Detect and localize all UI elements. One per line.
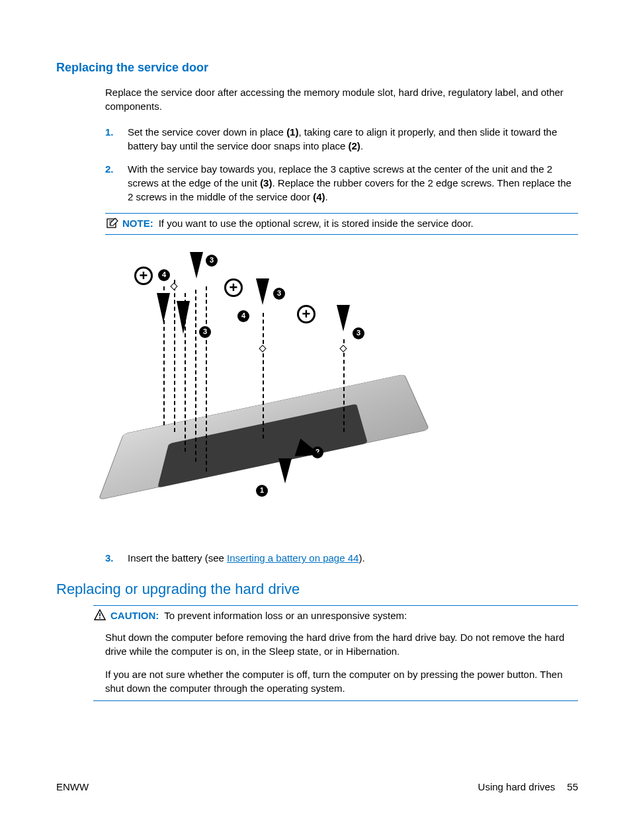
note-icon — [105, 216, 120, 230]
dashed-line — [343, 339, 345, 432]
text: Set the service cover down in place — [128, 126, 286, 138]
page-number: 55 — [567, 780, 578, 794]
footer-left: ENWW — [56, 780, 89, 794]
screw-icon: + — [297, 305, 316, 323]
caution-label: CAUTION: — [110, 610, 159, 621]
arrow-down-icon — [278, 458, 292, 483]
note-callout: NOTE:If you want to use the optional scr… — [105, 213, 578, 235]
caution-lead-text: To prevent information loss or an unresp… — [164, 610, 407, 621]
arrow-down-icon — [337, 305, 350, 331]
text: . — [325, 191, 327, 202]
step-number: 1. — [105, 125, 128, 153]
screw-tip — [170, 283, 177, 290]
step-text: Set the service cover down in place (1),… — [128, 125, 578, 153]
note-label: NOTE: — [122, 218, 153, 229]
step-number: 2. — [105, 162, 128, 204]
text: . — [360, 140, 363, 151]
page-footer: ENWW Using hard drives 55 — [56, 780, 578, 794]
step-text: Insert the battery (see Inserting a batt… — [128, 551, 578, 565]
note-content: NOTE:If you want to use the optional scr… — [122, 216, 474, 230]
heading-replacing-service-door: Replacing the service door — [56, 60, 578, 76]
footer-right: Using hard drives 55 — [478, 780, 578, 794]
step-3: 3. Insert the battery (see Inserting a b… — [105, 551, 578, 565]
svg-point-2 — [99, 617, 101, 618]
dashed-line — [185, 293, 186, 452]
warning-icon — [93, 609, 106, 622]
callout-4: 4 — [158, 269, 170, 281]
screw-icon: + — [224, 278, 243, 297]
footer-section: Using hard drives — [478, 780, 556, 794]
caution-paragraph: If you are not sure whether the computer… — [105, 667, 578, 695]
ref: (1) — [286, 126, 298, 138]
arrow-down-icon — [177, 301, 190, 334]
caution-paragraph: Shut down the computer before removing t… — [105, 630, 578, 658]
step-number: 3. — [105, 551, 128, 565]
note-text: If you want to use the optional screw, i… — [159, 218, 474, 229]
text: ). — [358, 552, 364, 564]
screw-icon: + — [134, 267, 153, 285]
callout-4: 4 — [237, 310, 249, 322]
ref: (4) — [313, 191, 325, 202]
ref: (3) — [260, 177, 272, 189]
ordered-list-continue: 3. Insert the battery (see Inserting a b… — [105, 551, 578, 565]
step-1: 1. Set the service cover down in place (… — [105, 125, 578, 153]
service-door-diagram: + + + 3 4 3 4 3 3 2 1 — [105, 247, 416, 538]
step-text: With the service bay towards you, replac… — [128, 162, 578, 204]
callout-3: 3 — [206, 255, 218, 267]
intro-paragraph: Replace the service door after accessing… — [105, 85, 578, 113]
link-inserting-battery[interactable]: Inserting a battery on page 44 — [227, 552, 358, 564]
arrow-down-icon — [190, 252, 203, 278]
ref: (2) — [349, 140, 360, 151]
arrow-down-icon — [256, 278, 269, 305]
dashed-line — [206, 286, 207, 472]
caution-header: CAUTION:To prevent information loss or a… — [93, 609, 578, 622]
laptop-illustration — [112, 320, 416, 537]
caution-callout: CAUTION:To prevent information loss or a… — [93, 605, 578, 701]
caution-lead: CAUTION:To prevent information loss or a… — [110, 609, 407, 622]
dashed-line — [263, 313, 264, 439]
heading-replacing-hard-drive: Replacing or upgrading the hard drive — [56, 579, 578, 600]
dashed-line — [195, 290, 196, 462]
step-2: 2. With the service bay towards you, rep… — [105, 162, 578, 204]
callout-3: 3 — [273, 288, 285, 300]
dashed-line — [174, 280, 175, 432]
text: Insert the battery (see — [128, 552, 227, 564]
callout-3: 3 — [199, 326, 211, 338]
ordered-list: 1. Set the service cover down in place (… — [105, 125, 578, 204]
screw-tip — [259, 345, 266, 353]
dashed-line — [163, 286, 165, 425]
